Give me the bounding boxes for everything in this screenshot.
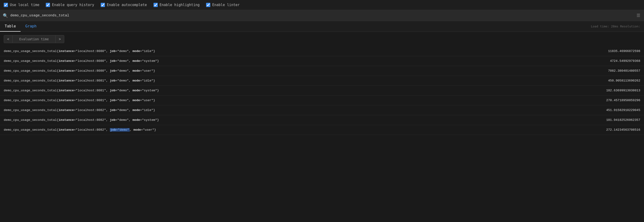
table-row: demo_cpu_usage_seconds_total{instance="l… (0, 46, 644, 56)
toolbar: Use local timeEnable query historyEnable… (0, 0, 644, 10)
table-row: demo_cpu_usage_seconds_total{instance="l… (0, 125, 644, 135)
search-bar: 🔍 ☰ (0, 10, 644, 21)
metric-label-2: demo_cpu_usage_seconds_total{instance="l… (4, 69, 155, 73)
metric-label-5: demo_cpu_usage_seconds_total{instance="l… (4, 98, 155, 102)
metric-label-8: demo_cpu_usage_seconds_total{instance="l… (4, 128, 156, 132)
search-menu-button[interactable]: ☰ (636, 12, 641, 19)
search-input[interactable] (10, 14, 633, 18)
table-row: demo_cpu_usage_seconds_total{instance="l… (0, 56, 644, 66)
metric-label-3: demo_cpu_usage_seconds_total{instance="l… (4, 79, 155, 82)
table-row: demo_cpu_usage_seconds_total{instance="l… (0, 86, 644, 95)
metric-value-3: 450.9058113690262 (608, 79, 640, 82)
tabs-row: TableGraph Load time: 28ms Resolution: (0, 21, 644, 32)
eval-next-button[interactable]: > (56, 35, 64, 43)
checkbox-label-enable-highlighting: Enable highlighting (160, 3, 200, 7)
checkbox-enable-highlighting[interactable]: Enable highlighting (154, 3, 200, 7)
checkbox-input-enable-query-history[interactable] (46, 3, 50, 7)
metric-label-7: demo_cpu_usage_seconds_total{instance="l… (4, 118, 159, 122)
tabs: TableGraph (0, 21, 41, 32)
checkbox-label-use-local-time: Use local time (10, 3, 39, 7)
checkbox-use-local-time[interactable]: Use local time (4, 3, 39, 7)
checkbox-input-enable-autocomplete[interactable] (101, 3, 105, 7)
eval-prev-button[interactable]: < (4, 35, 12, 43)
tab-table[interactable]: Table (0, 21, 20, 32)
checkbox-enable-linter[interactable]: Enable linter (206, 3, 240, 7)
table-row: demo_cpu_usage_seconds_total{instance="l… (0, 66, 644, 76)
table-row: demo_cpu_usage_seconds_total{instance="l… (0, 95, 644, 105)
metric-value-1: 4724.54992979368 (610, 59, 640, 63)
metric-value-4: 182.63699913038013 (606, 89, 640, 92)
metric-value-0: 11835.46966872598 (608, 49, 640, 53)
results-table: demo_cpu_usage_seconds_total{instance="l… (0, 46, 644, 135)
checkbox-input-use-local-time[interactable] (4, 3, 8, 7)
load-time-meta: Load time: 28ms Resolution: (591, 25, 644, 28)
table-row: demo_cpu_usage_seconds_total{instance="l… (0, 76, 644, 86)
checkbox-label-enable-autocomplete: Enable autocomplete (107, 3, 147, 7)
checkbox-label-enable-query-history: Enable query history (52, 3, 94, 7)
checkbox-input-enable-highlighting[interactable] (154, 3, 158, 7)
eval-controls: < Evaluation time > (0, 32, 644, 46)
table-row: demo_cpu_usage_seconds_total{instance="l… (0, 105, 644, 115)
table-row: demo_cpu_usage_seconds_total{instance="l… (0, 115, 644, 125)
metric-label-1: demo_cpu_usage_seconds_total{instance="l… (4, 59, 159, 63)
checkbox-input-enable-linter[interactable] (206, 3, 210, 7)
metric-value-7: 181.94182526062357 (606, 118, 640, 122)
eval-time-label: Evaluation time (12, 35, 55, 43)
metric-label-4: demo_cpu_usage_seconds_total{instance="l… (4, 89, 159, 92)
metric-label-6: demo_cpu_usage_seconds_total{instance="l… (4, 108, 155, 112)
search-icon: 🔍 (3, 13, 8, 18)
tab-graph[interactable]: Graph (20, 21, 41, 32)
metric-value-8: 272.14234563708516 (606, 128, 640, 132)
checkbox-enable-query-history[interactable]: Enable query history (46, 3, 94, 7)
checkbox-label-enable-linter: Enable linter (212, 3, 240, 7)
metric-value-5: 270.45718950059296 (606, 98, 640, 102)
metric-value-6: 451.91582910229045 (606, 108, 640, 112)
metric-label-0: demo_cpu_usage_seconds_total{instance="l… (4, 49, 155, 53)
checkbox-enable-autocomplete[interactable]: Enable autocomplete (101, 3, 147, 7)
metric-value-2: 7082.380401480557 (608, 69, 640, 73)
